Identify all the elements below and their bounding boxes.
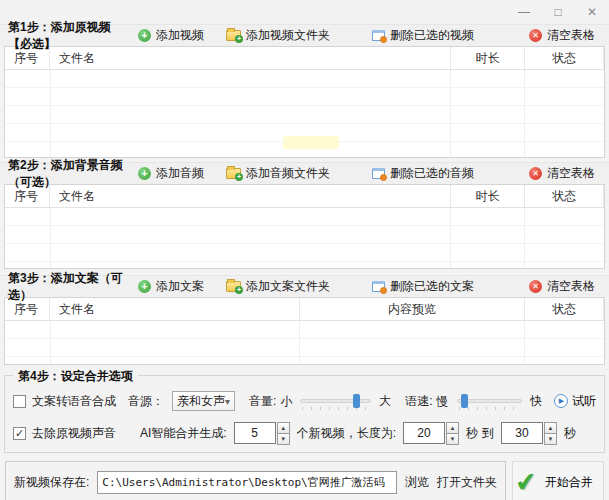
clear-script-table-label: 清空表格 [547,278,595,295]
add-audio-folder-label: 添加音频文件夹 [246,165,330,182]
clear-cross-icon: ✕ [529,29,542,42]
volume-min-label: 小 [280,393,292,410]
add-video-button[interactable]: + 添加视频 [138,27,204,44]
max-seconds-value[interactable]: 30 [501,422,543,444]
clear-audio-table-button[interactable]: ✕ 清空表格 [529,165,595,182]
step4-label: 第4步：设定合并选项 [13,368,138,385]
voice-select[interactable]: 亲和女声 ▾ [172,391,235,411]
delete-selected-audio-button[interactable]: 删除已选的音频 [372,165,474,182]
remove-original-audio-label: 去除原视频声音 [32,425,116,442]
script-table-body[interactable] [5,321,604,364]
delete-selected-script-button[interactable]: 删除已选的文案 [372,278,474,295]
clear-script-table-button[interactable]: ✕ 清空表格 [529,278,595,295]
video-table[interactable]: 序号 文件名 时长 状态 [4,46,605,158]
add-script-folder-label: 添加文案文件夹 [246,278,330,295]
add-video-folder-label: 添加视频文件夹 [246,27,330,44]
video-count-value[interactable]: 5 [234,422,276,444]
preview-voice-button[interactable]: ▶ 试听 [554,393,596,410]
speed-min-label: 慢 [437,393,449,410]
delete-icon [372,168,385,179]
speed-label: 语速: [405,393,432,410]
add-video-folder-button[interactable]: + 添加视频文件夹 [226,27,330,44]
seconds-label-2: 秒 [564,425,576,442]
spin-up-icon[interactable]: ▲ [277,422,290,434]
browse-button[interactable]: 浏览 [405,474,429,491]
col-filename: 文件名 [50,47,451,69]
audio-table[interactable]: 序号 文件名 时长 状态 [4,184,605,269]
clear-video-table-button[interactable]: ✕ 清空表格 [529,27,595,44]
watermark [283,136,339,149]
video-count-spinner[interactable]: 5 ▲ ▼ [234,422,290,444]
audio-table-body[interactable] [5,208,604,268]
col-duration: 时长 [451,47,525,69]
spin-up-icon[interactable]: ▲ [446,422,459,434]
spin-down-icon[interactable]: ▼ [277,434,290,445]
delete-selected-video-label: 删除已选的视频 [390,27,474,44]
footer-bar: 新视频保存在: 浏览 打开文件夹 ✔ 开始合并 [5,461,604,500]
volume-max-label: 大 [379,393,391,410]
speed-max-label: 快 [530,393,542,410]
col-status: 状态 [525,47,604,69]
add-script-button[interactable]: + 添加文案 [138,278,204,295]
voice-select-value: 亲和女声 [177,393,225,410]
clear-video-table-label: 清空表格 [547,27,595,44]
col-index: 序号 [5,298,50,320]
merge-count-row: ✓ 去除原视频声音 AI智能合并生成: 5 ▲ ▼ 个新视频，长度为: 20 ▲… [13,422,596,444]
voice-source-label: 音源： [128,393,164,410]
delete-icon [372,30,385,41]
delete-icon [372,281,385,292]
open-folder-button[interactable]: 打开文件夹 [437,474,497,491]
clear-cross-icon: ✕ [529,167,542,180]
min-seconds-spinner[interactable]: 20 ▲ ▼ [403,422,459,444]
step2-toolbar: 第2步：添加背景音频（可选） + 添加音频 + 添加音频文件夹 删除已选的音频 … [0,162,609,184]
delete-selected-audio-label: 删除已选的音频 [390,165,474,182]
start-merge-button[interactable]: ✔ 开始合并 [512,461,604,500]
speed-slider-thumb[interactable] [461,394,468,408]
count-suffix-label: 个新视频，长度为: [297,425,396,442]
script-table[interactable]: 序号 文件名 内容预览 状态 [4,297,605,365]
maximize-button[interactable]: □ [541,5,575,19]
spin-down-icon[interactable]: ▼ [446,434,459,445]
video-table-header: 序号 文件名 时长 状态 [5,47,604,70]
col-preview: 内容预览 [300,298,525,320]
tts-checkbox[interactable] [13,395,26,408]
spin-down-icon[interactable]: ▼ [544,434,557,445]
delete-selected-video-button[interactable]: 删除已选的视频 [372,27,474,44]
app-window: — □ ✕ 第1步：添加原视频【必选】 + 添加视频 + 添加视频文件夹 删除已… [0,0,609,500]
clear-audio-table-label: 清空表格 [547,165,595,182]
script-table-header: 序号 文件名 内容预览 状态 [5,298,604,321]
check-icon: ✔ [514,468,538,496]
min-seconds-value[interactable]: 20 [403,422,445,444]
volume-slider-thumb[interactable] [353,394,360,408]
video-table-body[interactable] [5,70,604,157]
ai-merge-label: AI智能合并生成: [140,425,227,442]
max-seconds-spinner[interactable]: 30 ▲ ▼ [501,422,557,444]
save-path-panel: 新视频保存在: 浏览 打开文件夹 [5,461,506,500]
col-filename: 文件名 [50,298,300,320]
chevron-down-icon: ▾ [225,396,230,407]
remove-original-audio-checkbox[interactable]: ✓ [13,427,26,440]
start-merge-label: 开始合并 [545,474,593,491]
col-index: 序号 [5,47,50,69]
add-audio-button[interactable]: + 添加音频 [138,165,204,182]
add-audio-label: 添加音频 [156,165,204,182]
speed-slider[interactable] [457,394,522,408]
add-script-folder-button[interactable]: + 添加文案文件夹 [226,278,330,295]
col-status: 状态 [525,298,604,320]
add-script-label: 添加文案 [156,278,204,295]
volume-slider[interactable] [300,394,371,408]
minimize-button[interactable]: — [507,5,541,19]
to-label: 到 [482,425,494,442]
close-button[interactable]: ✕ [575,5,609,19]
merge-options-group: 第4步：设定合并选项 文案转语音合成 音源： 亲和女声 ▾ 音量: 小 大 语速… [4,375,605,453]
add-audio-folder-button[interactable]: + 添加音频文件夹 [226,165,330,182]
tts-options-row: 文案转语音合成 音源： 亲和女声 ▾ 音量: 小 大 语速: 慢 快 ▶ 试听 [13,390,596,412]
add-video-label: 添加视频 [156,27,204,44]
preview-voice-label: 试听 [572,393,596,410]
col-filename: 文件名 [50,185,451,207]
add-plus-icon: + [138,280,151,293]
spin-up-icon[interactable]: ▲ [544,422,557,434]
folder-plus-icon: + [226,30,241,41]
save-path-input[interactable] [97,471,397,494]
delete-selected-script-label: 删除已选的文案 [390,278,474,295]
